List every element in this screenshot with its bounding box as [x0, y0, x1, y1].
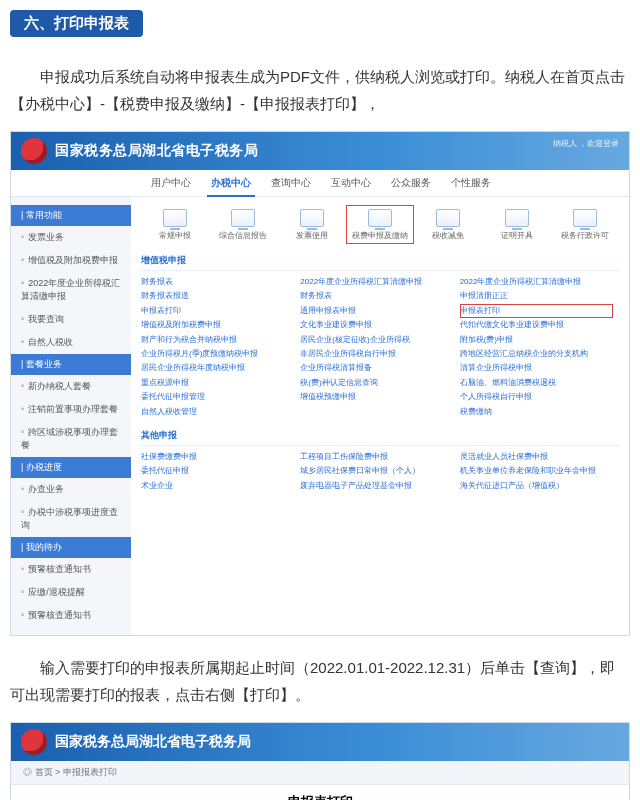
top-tab[interactable]: 个性服务 — [441, 170, 501, 196]
instruction-paragraph-2: 输入需要打印的申报表所属期起止时间（2022.01.01-2022.12.31）… — [10, 654, 630, 708]
portal-link[interactable]: 企业所得税月(季)度预缴纳税申报 — [141, 347, 294, 361]
portal-link[interactable]: 文化事业建设费申报 — [300, 318, 453, 332]
module-label: 常规申报 — [143, 231, 207, 240]
portal-link[interactable]: 委托代征申报 — [141, 464, 294, 478]
portal-link[interactable]: 自然人税收管理 — [141, 405, 294, 419]
sidebar-group-header: | 办税进度 — [11, 457, 131, 478]
portal-link[interactable]: 增值税预缴申报 — [300, 390, 453, 404]
left-sidebar: | 常用功能发票业务增值税及附加税费申报2022年度企业所得税汇算清缴申报我要查… — [11, 197, 131, 635]
module-label: 证明开具 — [484, 231, 548, 240]
module-tile[interactable]: 综合信息报告 — [209, 205, 277, 244]
portal-title: 国家税务总局湖北省电子税务局 — [55, 142, 258, 160]
sidebar-item[interactable]: 我要查询 — [11, 308, 131, 331]
portal-link[interactable]: 申报表打印 — [460, 304, 613, 318]
instruction-paragraph-1: 申报成功后系统自动将申报表生成为PDF文件，供纳税人浏览或打印。纳税人在首页点击… — [10, 63, 630, 117]
portal-link[interactable]: 居民企业所得税年度纳税申报 — [141, 361, 294, 375]
monitor-icon — [300, 209, 324, 227]
monitor-icon — [573, 209, 597, 227]
sidebar-group-header: | 我的待办 — [11, 537, 131, 558]
portal-link[interactable]: 申报表打印 — [141, 304, 294, 318]
monitor-icon — [231, 209, 255, 227]
portal-link[interactable]: 2022年度企业所得税汇算清缴申报 — [300, 275, 453, 289]
portal-link[interactable]: 居民企业(核定征收)企业所得税 — [300, 333, 453, 347]
portal-link[interactable]: 海关代征进口产品（增值税） — [460, 479, 613, 493]
top-tab[interactable]: 公众服务 — [381, 170, 441, 196]
sidebar-item[interactable]: 注销前置事项办理套餐 — [11, 398, 131, 421]
portal-link[interactable]: 工程项目工伤保险费申报 — [300, 450, 453, 464]
monitor-icon — [368, 209, 392, 227]
portal-link[interactable]: 灵活就业人员社保费申报 — [460, 450, 613, 464]
portal-link[interactable]: 附加税(费)申报 — [460, 333, 613, 347]
portal-link[interactable]: 税费缴纳 — [460, 405, 613, 419]
monitor-icon — [436, 209, 460, 227]
module-tile[interactable]: 税务行政许可 — [551, 205, 619, 244]
portal-link[interactable]: 财产和行为税合并纳税申报 — [141, 333, 294, 347]
screenshot-print-page: 国家税务总局湖北省电子税务局 ◎ 首页 > 申报报表打印 申报表打印 税款所属期… — [10, 722, 630, 800]
top-tab[interactable]: 用户中心 — [141, 170, 201, 196]
portal-header: 国家税务总局湖北省电子税务局 纳税人 ，欢迎登录 — [11, 132, 629, 170]
sidebar-item[interactable]: 自然人税收 — [11, 331, 131, 354]
top-nav-tabs: 用户中心办税中心查询中心互动中心公众服务个性服务 — [11, 170, 629, 197]
portal-link[interactable]: 申报清册正正 — [460, 289, 613, 303]
portal-link[interactable]: 税(费)种认定信息查询 — [300, 376, 453, 390]
monitor-icon — [163, 209, 187, 227]
portal-link[interactable]: 2022年度企业所得税汇算清缴申报 — [460, 275, 613, 289]
portal-link[interactable]: 财务报表 — [300, 289, 453, 303]
screenshot-tax-portal-home: 国家税务总局湖北省电子税务局 纳税人 ，欢迎登录 用户中心办税中心查询中心互动中… — [10, 131, 630, 636]
portal-link[interactable]: 社保费缴费申报 — [141, 450, 294, 464]
section-heading: 六、打印申报表 — [10, 10, 143, 37]
welcome-text: 纳税人 ，欢迎登录 — [553, 138, 619, 149]
portal-link[interactable]: 跨地区经营汇总纳税企业的分支机构 — [460, 347, 613, 361]
tax-emblem-icon — [21, 729, 47, 755]
link-section-title-a: 增值税申报 — [141, 254, 619, 271]
sidebar-item[interactable]: 应缴/退税提醒 — [11, 581, 131, 604]
portal-link[interactable]: 增值税及附加税费申报 — [141, 318, 294, 332]
monitor-icon — [505, 209, 529, 227]
module-tile[interactable]: 证明开具 — [482, 205, 550, 244]
portal-link[interactable]: 通用申报表申报 — [300, 304, 453, 318]
sidebar-item[interactable]: 办税中涉税事项进度查询 — [11, 501, 131, 537]
sidebar-item[interactable]: 预警核查通知书 — [11, 604, 131, 627]
link-grid-a: 财务报表财务报表报送申报表打印增值税及附加税费申报财产和行为税合并纳税申报企业所… — [141, 275, 619, 419]
portal-link[interactable]: 非居民企业所得税自行申报 — [300, 347, 453, 361]
portal-link[interactable]: 废弃电器电子产品处理基金申报 — [300, 479, 453, 493]
portal-header: 国家税务总局湖北省电子税务局 — [11, 723, 629, 761]
top-tab[interactable]: 办税中心 — [201, 170, 261, 196]
sidebar-group-header: | 常用功能 — [11, 205, 131, 226]
top-tab[interactable]: 互动中心 — [321, 170, 381, 196]
page-title: 申报表打印 — [11, 785, 629, 800]
portal-link[interactable]: 术业企业 — [141, 479, 294, 493]
module-icon-row: 常规申报综合信息报告发票使用税费申报及缴纳税收减免证明开具税务行政许可 — [141, 205, 619, 244]
module-tile[interactable]: 税费申报及缴纳 — [346, 205, 414, 244]
module-tile[interactable]: 税收减免 — [414, 205, 482, 244]
top-tab[interactable]: 查询中心 — [261, 170, 321, 196]
portal-link[interactable]: 清算企业所得税申报 — [460, 361, 613, 375]
module-label: 税费申报及缴纳 — [348, 231, 412, 240]
portal-link[interactable]: 委托代征申报管理 — [141, 390, 294, 404]
sidebar-item[interactable]: 预警核查通知书 — [11, 558, 131, 581]
portal-title: 国家税务总局湖北省电子税务局 — [55, 733, 251, 751]
portal-link[interactable]: 财务报表 — [141, 275, 294, 289]
portal-link[interactable]: 重点税源申报 — [141, 376, 294, 390]
portal-link[interactable]: 企业所得税清算报备 — [300, 361, 453, 375]
module-tile[interactable]: 发票使用 — [278, 205, 346, 244]
link-grid-b: 社保费缴费申报委托代征申报术业企业工程项目工伤保险费申报城乡居民社保费日常申报（… — [141, 450, 619, 493]
portal-link[interactable]: 城乡居民社保费日常申报（个人） — [300, 464, 453, 478]
module-label: 综合信息报告 — [211, 231, 275, 240]
sidebar-item[interactable]: 新办纳税人套餐 — [11, 375, 131, 398]
portal-link[interactable]: 财务报表报送 — [141, 289, 294, 303]
portal-link[interactable]: 个人所得税自行申报 — [460, 390, 613, 404]
sidebar-item[interactable]: 发票业务 — [11, 226, 131, 249]
sidebar-item[interactable]: 增值税及附加税费申报 — [11, 249, 131, 272]
link-section-title-b: 其他申报 — [141, 429, 619, 446]
module-label: 税务行政许可 — [553, 231, 617, 240]
portal-link[interactable]: 代扣代缴文化事业建设费申报 — [460, 318, 613, 332]
portal-link[interactable]: 机关事业单位养老保险和职业年金申报 — [460, 464, 613, 478]
module-tile[interactable]: 常规申报 — [141, 205, 209, 244]
sidebar-item[interactable]: 办查业务 — [11, 478, 131, 501]
portal-link[interactable]: 石脑油、燃料油消费税退税 — [460, 376, 613, 390]
sidebar-item[interactable]: 跨区域涉税事项办理套餐 — [11, 421, 131, 457]
module-label: 发票使用 — [280, 231, 344, 240]
sidebar-item[interactable]: 2022年度企业所得税汇算清缴申报 — [11, 272, 131, 308]
tax-emblem-icon — [21, 138, 47, 164]
